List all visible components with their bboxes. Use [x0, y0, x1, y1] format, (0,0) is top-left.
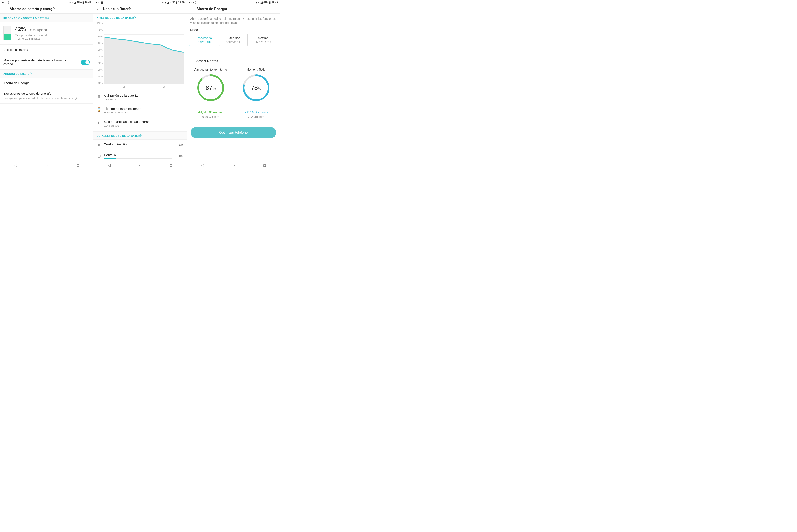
estimated-value: + 18horas 1minutos — [15, 37, 49, 40]
smart-doctor-title: Smart Doctor — [196, 59, 218, 63]
battery-pct: 42% — [170, 1, 175, 4]
nav-recents-icon[interactable]: □ — [170, 163, 172, 168]
stat-title: Uso durante las últimas 3 horas — [104, 120, 149, 124]
section-energy-saving: AHORRO DE ENERGÍA — [0, 70, 93, 78]
nav-back-icon[interactable]: ◁ — [108, 163, 111, 168]
row-show-percentage[interactable]: Mostrar porcentaje de batería en la barr… — [0, 55, 93, 70]
nav-back-icon[interactable]: ◁ — [14, 163, 17, 168]
stat-battery-util[interactable]: ▯ Utilización de la batería 28h 16min. — [93, 91, 187, 104]
toggle-switch[interactable] — [81, 60, 90, 65]
usage-percent: 10% — [175, 154, 183, 158]
donut-storage[interactable]: Almacenamiento Interno 87% 44,51 GB en u… — [188, 68, 233, 118]
wifi-icon: ▾ — [165, 1, 166, 4]
row-exclusions[interactable]: Exclusiones de ahorro de energía Excluya… — [0, 89, 93, 103]
status-bar: ● ▭ ▯ ⟐ ▾ ◢ 42% ▮ 19:49 — [93, 0, 187, 5]
screen-energy-saving: ● ▭ ▯ ⟐ ▾ ◢ 42% ▮ 19:49 ← Ahorro de Ener… — [187, 0, 280, 169]
row-label: Ahorro de Energía — [3, 81, 30, 85]
donut-ram[interactable]: Memoria RAM 78% 2,87 GB en uso 782 MB li… — [233, 68, 279, 118]
section-battery-info: INFORMACIÓN SOBRE LA BATERÍA — [0, 14, 93, 22]
spotify-icon: ● — [2, 1, 4, 4]
stat-title: Utilización de la batería — [104, 94, 138, 97]
sim-icon: ▯ — [195, 1, 196, 4]
usage-phone-idle[interactable]: ◎ Teléfono inactivo 18% — [93, 140, 187, 150]
calendar-icon: ▭ — [191, 1, 194, 4]
nav-back-icon[interactable]: ◁ — [201, 163, 204, 168]
back-icon[interactable]: ← — [190, 7, 194, 11]
usage-title: Teléfono inactivo — [104, 142, 172, 146]
description: Ahorre batería al reducir el rendimiento… — [187, 14, 280, 27]
battery-overview[interactable]: 42% - Descargando Tiempo restante estima… — [0, 22, 93, 44]
row-battery-usage[interactable]: Uso de la Batería — [0, 44, 93, 55]
stat-time-remaining[interactable]: ⌛ Tiempo restante estimado + 18horas 1mi… — [93, 104, 187, 117]
battery-icon: ▮ — [269, 1, 271, 4]
battery-status: - Descargando — [26, 28, 47, 32]
mode-label: Modo — [187, 27, 280, 34]
mode-selector: Desactivado 18 h y 1 min Extendido 29 h … — [187, 34, 280, 46]
row-sub: Excluya las aplicaciones de las funcione… — [3, 96, 90, 100]
smart-doctor-header: ← Smart Doctor — [187, 56, 280, 66]
battery-pct: 42% — [263, 1, 268, 4]
phone-idle-icon: ◎ — [97, 143, 101, 148]
nav-bar: ◁ ○ □ — [187, 161, 280, 169]
signal-icon: ◢ — [261, 1, 263, 4]
back-icon[interactable]: ← — [96, 7, 100, 11]
battery-icon: ▮ — [82, 1, 84, 4]
section-usage-level: NIVEL DE USO DE LA BATERÍA — [93, 14, 187, 20]
storage-free: 6,39 GB libre — [188, 115, 233, 118]
bluetooth-icon: ⟐ — [162, 1, 164, 4]
mode-extended[interactable]: Extendido 29 h y 34 min — [219, 34, 248, 46]
sim-icon: ▯ — [101, 1, 103, 4]
half-circle-icon: ◐ — [97, 120, 101, 125]
mode-off[interactable]: Desactivado 18 h y 1 min — [189, 34, 218, 46]
row-energy-saving[interactable]: Ahorro de Energía — [0, 78, 93, 89]
sim-icon: ▯ — [8, 1, 10, 4]
donut-value: 78 — [251, 84, 258, 91]
mode-max[interactable]: Máximo 47 h y 16 min — [249, 34, 278, 46]
nav-home-icon[interactable]: ○ — [233, 163, 235, 168]
ram-used: 2,87 GB en uso — [233, 111, 279, 114]
signal-icon: ◢ — [167, 1, 169, 4]
nav-recents-icon[interactable]: □ — [77, 163, 79, 168]
estimated-label: Tiempo restante estimado — [15, 34, 49, 37]
hourglass-icon: ⌛ — [97, 107, 101, 112]
section-usage-details: DETALLES DE USO DE LA BATERÍA — [93, 131, 187, 140]
stat-sub: 28h 16min. — [104, 98, 138, 101]
ram-free: 782 MB libre — [233, 115, 279, 118]
calendar-icon: ▭ — [4, 1, 7, 4]
battery-icon: ▮ — [176, 1, 177, 4]
usage-screen[interactable]: ▢ Pantalla 10% — [93, 150, 187, 161]
clock: 19:49 — [178, 1, 185, 4]
wifi-icon: ▾ — [71, 1, 73, 4]
header: ← Ahorro de Energía — [187, 5, 280, 14]
calendar-icon: ▭ — [98, 1, 100, 4]
row-label: Mostrar porcentaje de batería en la barr… — [3, 58, 70, 66]
battery-level-icon — [3, 26, 11, 40]
header: ← Ahorro de batería y energía — [0, 5, 93, 14]
row-label: Exclusiones de ahorro de energía — [3, 92, 90, 95]
bluetooth-icon: ⟐ — [256, 1, 258, 4]
optimize-button[interactable]: Optimizar teléfono — [191, 127, 276, 138]
header: ← Uso de la Batería — [93, 5, 187, 14]
row-label: Uso de la Batería — [3, 48, 28, 52]
battery-percentage: 42% — [15, 26, 26, 32]
battery-pct: 42% — [77, 1, 81, 4]
screen-icon: ▢ — [97, 154, 101, 158]
status-bar: ● ▭ ▯ ⟐ ▾ ◢ 42% ▮ 19:49 — [0, 0, 93, 5]
clock: 19:49 — [85, 1, 91, 4]
stat-sub: 10% en uso — [104, 124, 149, 127]
nav-home-icon[interactable]: ○ — [139, 163, 141, 168]
back-icon[interactable]: ← — [190, 58, 194, 63]
spotify-icon: ● — [189, 1, 191, 4]
battery-chart[interactable]: 100% 90% 80% 70% 60% 50% 40% 30% 20% 10%… — [93, 20, 187, 91]
stat-last-3h[interactable]: ◐ Uso durante las últimas 3 horas 10% en… — [93, 117, 187, 130]
spotify-icon: ● — [95, 1, 97, 4]
donut-value: 87 — [206, 84, 212, 91]
clock: 19:49 — [271, 1, 278, 4]
nav-home-icon[interactable]: ○ — [46, 163, 48, 168]
nav-recents-icon[interactable]: □ — [263, 163, 266, 168]
back-icon[interactable]: ← — [3, 7, 7, 11]
x-axis-labels: -9h -6h — [96, 84, 184, 88]
signal-icon: ◢ — [74, 1, 76, 4]
stat-sub: + 18horas 1minutos — [104, 111, 141, 114]
donut-title: Almacenamiento Interno — [188, 68, 233, 71]
